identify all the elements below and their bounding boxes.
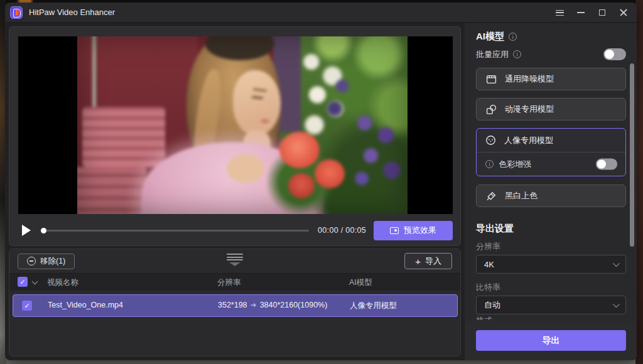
app-window: HitPaw Video Enhancer [5,3,637,360]
preview-effect-label: 预览效果 [404,225,436,236]
resolution-label: 分辨率 [476,241,500,252]
batch-apply-toggle[interactable] [603,48,626,60]
model-button-portrait[interactable]: 人像专用模型 [477,129,625,153]
color-enhance-row: i 色彩增强 [477,153,625,176]
seek-handle[interactable] [41,228,46,233]
export-settings-title: 导出设置 [476,223,514,235]
info-icon[interactable]: i [485,160,494,168]
column-resolution: 分辨率 [217,277,241,288]
title-bar: HitPaw Video Enhancer [5,3,637,23]
chevron-down-icon [613,301,620,308]
play-button[interactable] [18,222,35,238]
minimize-button[interactable] [574,6,588,19]
model-label: 动漫专用模型 [505,104,554,115]
clipped-format-label: 格式 [476,315,492,320]
collapse-handle[interactable] [225,254,244,266]
remove-button[interactable]: 移除(1) [18,254,75,269]
video-still-image [77,36,408,214]
hamburger-icon [556,10,564,16]
chevron-down-icon [613,260,620,267]
chevron-down-icon [229,262,240,266]
video-preview-frame [18,36,453,214]
import-label: 导入 [425,255,441,267]
column-video-name: 视频名称 [47,277,78,288]
model-button-denoise[interactable]: 通用降噪模型 [476,68,626,90]
row-resolution: 352*198➜3840*2160(1090%) [218,301,327,309]
file-list-panel: 移除(1) + 导入 ✓ 视频名称 分辨率 AI模型 ✓ Test_Video_… [9,249,461,356]
batch-apply-label: 批量应用 [476,49,509,60]
batch-apply-row: 批量应用 i [476,48,626,60]
minus-circle-icon [27,257,36,265]
select-all-checkbox[interactable]: ✓ [18,277,28,287]
table-header: ✓ 视频名称 分辨率 AI模型 [9,273,460,291]
arrow-right-icon: ➜ [247,301,260,309]
model-button-colorize[interactable]: 黑白上色 [476,185,626,207]
import-button[interactable]: + 导入 [404,253,452,269]
resolution-select[interactable]: 4K [476,255,626,274]
table-row[interactable]: ✓ Test_Video_One.mp4 352*198➜3840*2160(1… [13,294,458,317]
sidebar-scrollbar[interactable] [630,63,634,247]
seek-bar[interactable] [41,230,309,232]
time-display: 00:00 / 00:05 [318,226,366,235]
column-ai-model: AI模型 [349,277,372,288]
app-title: HitPaw Video Enhancer [29,8,115,17]
model-label: 人像专用模型 [504,135,553,146]
video-camera-icon [390,227,399,234]
player-controls: 00:00 / 00:05 预览效果 [18,218,453,243]
resolution-value: 4K [484,260,494,269]
model-button-anime[interactable]: 动漫专用模型 [476,98,626,120]
bitrate-label: 比特率 [476,282,500,293]
close-icon [620,9,627,16]
model-group-portrait-selected: 人像专用模型 i 色彩增强 [476,128,626,176]
settings-sidebar: AI模型 i 批量应用 i 通用降噪模型 动漫专用模型 [465,23,637,360]
ai-model-section-title: AI模型 i [476,31,517,43]
row-video-name: Test_Video_One.mp4 [48,301,123,309]
menu-button[interactable] [553,6,566,19]
play-icon [22,225,31,236]
row-ai-model: 人像专用模型 [350,301,397,311]
model-label: 黑白上色 [505,190,538,201]
bitrate-value: 自动 [484,299,500,311]
export-button[interactable]: 导出 [476,330,626,351]
remove-label: 移除(1) [40,256,65,267]
select-dropdown-chevron-icon[interactable] [32,279,38,285]
face-icon [485,135,496,146]
bitrate-select[interactable]: 自动 [476,296,626,314]
shapes-icon [486,104,497,115]
info-icon[interactable]: i [513,50,521,58]
minimize-icon [577,12,585,13]
row-checkbox[interactable]: ✓ [22,301,32,311]
list-toolbar: 移除(1) + 导入 [9,249,460,273]
maximize-icon [599,9,605,16]
model-label: 通用降噪模型 [505,73,554,85]
color-enhance-label: 色彩增强 [499,159,531,170]
preview-effect-button[interactable]: 预览效果 [374,221,453,240]
app-logo-icon [10,6,23,19]
sidebar-footer: 导出 [465,321,637,360]
preview-panel: 00:00 / 00:05 预览效果 [9,26,461,246]
film-icon [486,74,497,85]
maximize-button[interactable] [595,6,609,19]
color-enhance-toggle[interactable] [596,158,617,169]
close-button[interactable] [617,6,630,19]
plus-icon: + [415,257,421,266]
info-icon[interactable]: i [509,33,517,41]
brush-icon [486,191,497,201]
